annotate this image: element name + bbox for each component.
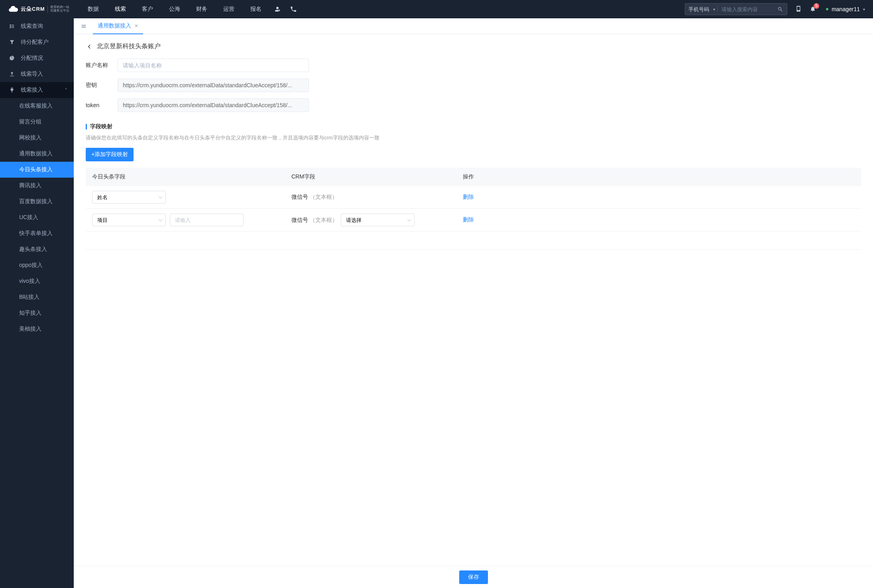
sidebar-subitem-腾讯接入[interactable]: 腾讯接入 (0, 178, 74, 194)
status-dot-icon (826, 8, 828, 10)
sidebar-item-待分配客户[interactable]: 待分配客户 (0, 34, 74, 50)
sidebar-subitem-美柚接入[interactable]: 美柚接入 (0, 321, 74, 337)
pie-icon (9, 55, 15, 61)
sidebar-subitem-B站接入[interactable]: B站接入 (0, 289, 74, 305)
footer: 保存 (74, 566, 873, 588)
delete-link[interactable]: 删除 (463, 194, 474, 200)
top-nav: 数据线索客户公海财务运营报名 (80, 0, 269, 18)
search-input[interactable] (718, 6, 773, 12)
search-icon[interactable] (773, 4, 787, 15)
chevron-down-icon: ▾ (863, 7, 865, 12)
plug-icon (9, 87, 15, 93)
topnav-客户[interactable]: 客户 (134, 0, 161, 18)
sidebar-subitem-趣头条接入[interactable]: 趣头条接入 (0, 241, 74, 257)
main: 通用数据接入 ✕ 北京昱新科技头条账户 账户名称 密钥 token (74, 18, 873, 588)
sidebar-item-分配情况[interactable]: 分配情况 (0, 50, 74, 66)
tabbar: 通用数据接入 ✕ (74, 18, 873, 34)
sidebar-subitem-快手表单接入[interactable]: 快手表单接入 (0, 225, 74, 241)
sidebar-item-线索接入[interactable]: 线索接入˄ (0, 82, 74, 98)
table-header: 今日头条字段 CRM字段 操作 (86, 168, 861, 186)
save-button[interactable]: 保存 (459, 570, 488, 584)
user-menu[interactable]: manager11 ▾ (826, 6, 865, 12)
top-right-icons: 5 (795, 5, 816, 14)
account-name-label: 账户名称 (86, 62, 118, 69)
topnav-公海[interactable]: 公海 (161, 0, 188, 18)
table-row: 姓名微信号（文本框）删除 (86, 186, 861, 209)
topnav-报名[interactable]: 报名 (242, 0, 269, 18)
col-crm: CRM字段 (291, 173, 463, 180)
notification-badge: 5 (814, 3, 819, 9)
key-input[interactable] (118, 78, 309, 92)
col-toutiao: 今日头条字段 (92, 173, 291, 180)
sidebar-subitem-vivo接入[interactable]: vivo接入 (0, 273, 74, 289)
sidebar-subitem-oppo接入[interactable]: oppo接入 (0, 257, 74, 273)
table-empty-row (86, 231, 861, 250)
token-label: token (86, 102, 118, 108)
topnav-线索[interactable]: 线索 (107, 0, 134, 18)
account-name-input[interactable] (118, 59, 309, 72)
topbar: 云朵CRM 教育机构一站式服务云平台 数据线索客户公海财务运营报名 手机号码 5… (0, 0, 873, 18)
sidebar-subitem-百度数据接入[interactable]: 百度数据接入 (0, 194, 74, 210)
close-icon[interactable]: ✕ (134, 23, 138, 29)
tab-general-data[interactable]: 通用数据接入 ✕ (93, 18, 143, 34)
token-input[interactable] (118, 98, 309, 112)
sidebar-subitem-网校接入[interactable]: 网校接入 (0, 130, 74, 146)
breadcrumb: 北京昱新科技头条账户 (86, 42, 861, 51)
sidebar-item-线索查询[interactable]: 线索查询 (0, 18, 74, 34)
tab-label: 通用数据接入 (98, 22, 131, 29)
sidebar-item-label: 分配情况 (21, 55, 43, 62)
upload-icon (9, 71, 15, 77)
mapping-table: 今日头条字段 CRM字段 操作 姓名微信号（文本框）删除项目微信号（文本框） 请… (86, 168, 861, 250)
crm-field-label: 微信号（文本框） (291, 194, 338, 201)
sidebar-subitem-通用数据接入[interactable]: 通用数据接入 (0, 146, 74, 162)
logo-text: 云朵CRM (21, 6, 45, 13)
sidebar-item-线索导入[interactable]: 线索导入 (0, 66, 74, 82)
col-op: 操作 (463, 173, 495, 180)
topnav-数据[interactable]: 数据 (80, 0, 107, 18)
topnav-运营[interactable]: 运营 (215, 0, 242, 18)
table-row: 项目微信号（文本框） 请选择删除 (86, 209, 861, 231)
chevron-up-icon: ˄ (65, 88, 67, 93)
tt-field-select[interactable]: 项目 (92, 214, 166, 226)
page-title: 北京昱新科技头条账户 (97, 42, 161, 51)
sidebar: 线索查询待分配客户分配情况线索导入线索接入˄在线客服接入留言分组网校接入通用数据… (0, 18, 74, 588)
phone-icon[interactable] (285, 0, 301, 18)
topnav-财务[interactable]: 财务 (188, 0, 215, 18)
filter-icon (9, 39, 15, 45)
add-user-icon[interactable] (269, 0, 285, 18)
tt-field-select[interactable]: 姓名 (92, 191, 166, 204)
delete-link[interactable]: 删除 (463, 216, 474, 223)
collapse-sidebar-icon[interactable] (79, 21, 89, 31)
logo[interactable]: 云朵CRM 教育机构一站式服务云平台 (8, 4, 74, 14)
mapping-hint: 请确保您在此填写的头条自定义字段名称与在今日头条平台中自定义的字段名称一致，并且… (86, 134, 861, 141)
key-label: 密钥 (86, 82, 118, 89)
sidebar-item-label: 线索查询 (21, 23, 43, 30)
crm-field-label: 微信号（文本框） (291, 217, 338, 224)
mapping-section-title: 字段映射 (86, 123, 861, 130)
add-mapping-button[interactable]: +添加字段映射 (86, 148, 134, 161)
tt-field-input[interactable] (170, 214, 244, 226)
sidebar-subitem-在线客服接入[interactable]: 在线客服接入 (0, 98, 74, 114)
search-type-select[interactable]: 手机号码 (685, 6, 717, 12)
sidebar-item-label: 待分配客户 (21, 39, 49, 46)
sidebar-item-label: 线索导入 (21, 71, 43, 78)
back-icon[interactable] (86, 43, 93, 50)
sidebar-subitem-今日头条接入[interactable]: 今日头条接入 (0, 162, 74, 178)
searchbox: 手机号码 (685, 3, 787, 15)
cloud-logo-icon (8, 4, 18, 14)
list-icon (9, 23, 15, 29)
mobile-icon[interactable] (795, 5, 802, 14)
sidebar-subitem-留言分组[interactable]: 留言分组 (0, 114, 74, 130)
username: manager11 (832, 6, 860, 12)
sidebar-subitem-UC接入[interactable]: UC接入 (0, 210, 74, 225)
sidebar-subitem-知乎接入[interactable]: 知乎接入 (0, 305, 74, 321)
notifications-icon[interactable]: 5 (810, 5, 816, 14)
crm-field-select[interactable]: 请选择 (341, 214, 415, 226)
sidebar-item-label: 线索接入 (21, 86, 43, 94)
logo-subtitle: 教育机构一站式服务云平台 (47, 6, 69, 13)
